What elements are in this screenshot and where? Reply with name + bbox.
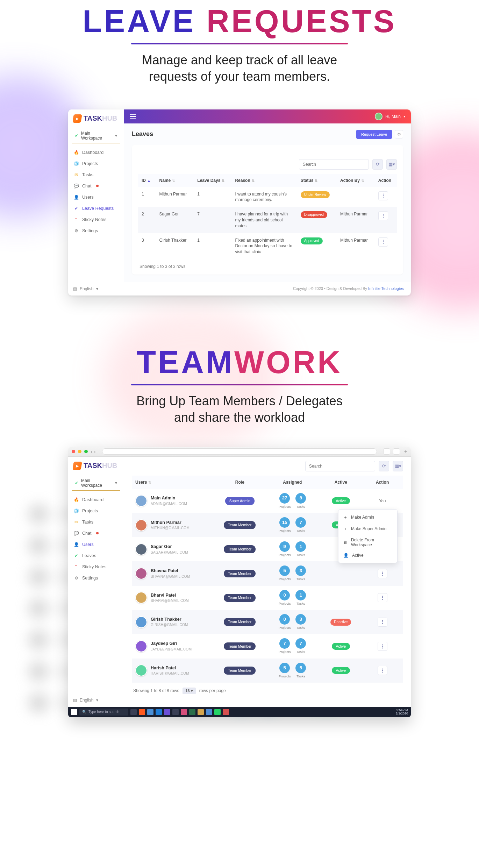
nav-back-icon[interactable]: ‹	[91, 449, 92, 454]
view-toggle-button[interactable]: ▦▾	[393, 461, 403, 471]
traffic-max-icon[interactable]	[84, 450, 88, 453]
request-leave-button[interactable]: Request Leave	[356, 130, 392, 139]
col-active[interactable]: Active	[320, 476, 362, 489]
row-action-button[interactable]: ⋮	[378, 191, 388, 200]
view-toggle-button[interactable]: ▦▾	[386, 159, 397, 170]
col-role[interactable]: Role	[215, 476, 265, 489]
sidebar-item-leaves[interactable]: ✔Leaves	[68, 550, 124, 561]
settings-gear-button[interactable]: ⚙	[395, 130, 403, 138]
workspace-selector[interactable]: ✔ Main Workspace ▾	[72, 476, 120, 491]
sidebar-item-dashboard[interactable]: 🔥Dashboard	[68, 147, 124, 158]
user-menu[interactable]: Hi, Main ▾	[375, 113, 405, 120]
row-action-button[interactable]: ⋮	[378, 593, 387, 602]
tabs-icon[interactable]	[393, 448, 400, 455]
cell-status: Under Review	[297, 187, 337, 207]
user-name: Bhavna Patel	[151, 568, 190, 574]
app-icon[interactable]	[172, 709, 179, 715]
row-action-button[interactable]: ⋮	[378, 569, 387, 578]
start-menu-icon[interactable]	[71, 709, 77, 715]
search-input[interactable]	[305, 461, 375, 471]
popover-item-active[interactable]: 👤Active	[338, 550, 397, 561]
sidebar-item-projects[interactable]: 🧊Projects	[68, 158, 124, 169]
cell-id: 1	[138, 187, 156, 207]
app-icon[interactable]	[156, 709, 162, 715]
col-reason[interactable]: Reason⇅	[231, 174, 297, 187]
col-name[interactable]: Name⇅	[156, 174, 194, 187]
workspace-selector[interactable]: ✔ Main Workspace ▾	[72, 128, 120, 143]
app-icon[interactable]	[223, 709, 229, 715]
sidebar-item-settings[interactable]: ⚙Settings	[68, 225, 124, 236]
row-action-button[interactable]: ⋮	[378, 666, 387, 675]
nav-fwd-icon[interactable]: ›	[94, 449, 95, 454]
projects-count: 5Projects	[279, 565, 291, 581]
sidebar-item-projects[interactable]: 🧊Projects	[68, 505, 124, 517]
nav-icon: 🧊	[74, 161, 79, 166]
app-icon[interactable]	[164, 709, 170, 715]
sidebar-item-leave-requests[interactable]: ✔Leave Requests	[68, 203, 124, 214]
search-icon: 🔍	[82, 710, 86, 714]
role-pill: Team Member	[224, 618, 256, 626]
popover-item-make-super-admin[interactable]: ＋Make Super Admin	[338, 523, 397, 535]
sidebar-item-chat[interactable]: 💬Chat	[68, 528, 124, 539]
row-action-button[interactable]: ⋮	[378, 211, 388, 220]
col-id[interactable]: ID▲	[138, 174, 156, 187]
sidebar-item-tasks[interactable]: ✉Tasks	[68, 517, 124, 528]
status-badge: Disapproved	[301, 211, 327, 218]
col-actionby[interactable]: Action By⇅	[337, 174, 375, 187]
sidebar-item-tasks[interactable]: ✉Tasks	[68, 169, 124, 180]
row-action-button[interactable]: ⋮	[378, 642, 387, 651]
col-days[interactable]: Leave Days⇅	[194, 174, 231, 187]
col-assigned[interactable]: Assigned	[265, 476, 320, 489]
sidebar-item-label: Chat	[82, 531, 91, 536]
row-action-button[interactable]: ⋮	[378, 237, 388, 247]
app-icon[interactable]	[206, 709, 212, 715]
sidebar-item-dashboard[interactable]: 🔥Dashboard	[68, 494, 124, 505]
dev-link[interactable]: Infinitie Technologies	[368, 286, 404, 291]
new-tab-icon[interactable]: +	[404, 448, 407, 455]
app-icon[interactable]	[214, 709, 221, 715]
taskbar-clock[interactable]: 9:54 AM2/1/2020	[396, 709, 408, 716]
app-icon[interactable]	[147, 709, 153, 715]
app-icon[interactable]	[139, 709, 145, 715]
cell-id: 3	[138, 233, 156, 259]
share-icon[interactable]	[383, 448, 390, 455]
traffic-close-icon[interactable]	[72, 450, 75, 453]
content-leaves: Leaves Request Leave ⚙ ⟳ ▦▾ ID▲ Name⇅	[124, 123, 411, 282]
refresh-button[interactable]: ⟳	[379, 461, 389, 471]
task-view-icon[interactable]	[130, 709, 137, 715]
role-pill: Team Member	[224, 642, 256, 650]
search-input[interactable]	[299, 159, 369, 170]
popover-item-delete-from-workspace[interactable]: 🗑Delete From Workspace	[338, 535, 397, 550]
traffic-min-icon[interactable]	[78, 450, 81, 453]
logo[interactable]: ▸ TASKHUB	[68, 109, 124, 126]
hero-title-part2: REQUESTS	[207, 4, 396, 39]
app-icon[interactable]	[198, 709, 204, 715]
sidebar-item-sticky-notes[interactable]: 🗒Sticky Notes	[68, 214, 124, 225]
sidebar-item-chat[interactable]: 💬Chat	[68, 180, 124, 192]
url-bar[interactable]	[102, 448, 377, 455]
col-users[interactable]: Users⇅	[132, 476, 215, 489]
hero-leave-requests: LEAVE REQUESTS Manage and keep track of …	[0, 0, 479, 85]
page-size-select[interactable]: 16 ▾	[183, 688, 195, 694]
popover-label: Make Admin	[351, 515, 374, 520]
sidebar-item-users[interactable]: 👤Users	[68, 539, 124, 550]
sidebar-item-label: Settings	[82, 228, 98, 233]
col-status[interactable]: Status⇅	[297, 174, 337, 187]
row-action-button[interactable]: ⋮	[378, 618, 387, 627]
menu-toggle-icon[interactable]	[130, 114, 136, 119]
refresh-button[interactable]: ⟳	[372, 159, 383, 170]
app-icon[interactable]	[181, 709, 187, 715]
logo[interactable]: ▸ TASKHUB	[68, 457, 124, 474]
user-name: Main Admin	[151, 495, 187, 501]
sidebar-item-sticky-notes[interactable]: 🗒Sticky Notes	[68, 561, 124, 572]
app-icon[interactable]	[189, 709, 195, 715]
sidebar-item-settings[interactable]: ⚙Settings	[68, 572, 124, 584]
user-name: Harish Patel	[151, 665, 189, 671]
popover-item-make-admin[interactable]: ＋Make Admin	[338, 512, 397, 523]
language-selector[interactable]: ▧ English ▾	[73, 698, 98, 703]
language-selector[interactable]: ▧ English ▾	[73, 286, 98, 291]
sidebar-item-label: Dashboard	[82, 150, 103, 155]
cell-action: ⋮	[375, 187, 397, 207]
sidebar-item-users[interactable]: 👤Users	[68, 192, 124, 203]
taskbar-search[interactable]: 🔍Type here to search	[79, 709, 128, 716]
